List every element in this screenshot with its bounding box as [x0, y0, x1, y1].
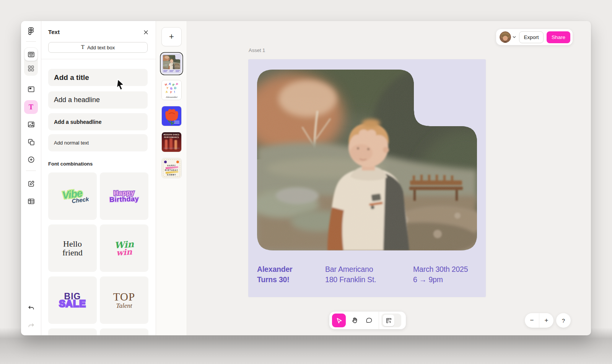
- zoom-controls: − +: [525, 313, 553, 328]
- thumbnail-artboard: H A P P Y B D A Y ! Alexander: [162, 80, 181, 100]
- font-combo-big-sale[interactable]: BIG SALE: [48, 276, 97, 324]
- table-tool-button[interactable]: [24, 194, 38, 208]
- preset-add-title[interactable]: Add a title: [48, 69, 148, 86]
- share-label: Share: [552, 34, 565, 40]
- combo-line: Talent: [116, 302, 132, 310]
- rail-divider: [26, 41, 36, 42]
- redo-icon: [27, 322, 35, 330]
- font-combo-top-talent[interactable]: TOP Talent: [100, 276, 148, 324]
- add-page-button[interactable]: +: [161, 27, 182, 46]
- zoom-in-button[interactable]: +: [539, 313, 553, 328]
- combo-preview: Vibe Check: [56, 187, 89, 206]
- rail-divider: [26, 171, 36, 171]
- share-button[interactable]: Share: [547, 31, 570, 43]
- combo-preview: Hello friend: [62, 239, 83, 257]
- preset-add-subheadline[interactable]: Add a subheadline: [48, 113, 148, 130]
- font-combo-win-win[interactable]: Win win: [100, 224, 148, 272]
- figma-logo-icon[interactable]: [26, 27, 36, 36]
- event-date-line: 6 → 9pm: [413, 275, 468, 285]
- dot-accent: [164, 161, 167, 163]
- font-combo-happy-birthday[interactable]: Happy Birthday: [100, 172, 148, 220]
- top-actions-bar: Export Share: [496, 29, 573, 45]
- asset-label[interactable]: Asset 1: [249, 47, 265, 53]
- thumbnail-text-lines: [174, 120, 179, 123]
- text-tool-icon: T: [29, 104, 33, 110]
- preset-label: Add a subheadline: [54, 119, 101, 125]
- redo-button[interactable]: [24, 319, 38, 333]
- font-combo-partial[interactable]: [48, 328, 97, 335]
- zoom-out-button[interactable]: −: [525, 313, 539, 328]
- question-icon: ?: [562, 317, 565, 324]
- scatter-letter: B: [170, 86, 173, 90]
- measure-tool-card: [383, 315, 394, 326]
- export-button[interactable]: Export: [519, 31, 544, 43]
- page-thumbnail-1-selected[interactable]: [161, 54, 182, 74]
- shapes-icon: [27, 138, 35, 146]
- editor-window: T: [21, 21, 591, 335]
- add-circle-icon: [27, 156, 35, 164]
- minus-icon: −: [530, 317, 534, 324]
- plus-icon: +: [169, 32, 174, 42]
- page-thumbnail-5[interactable]: HAPPY BIRTHDAY SAMMY: [161, 158, 182, 178]
- measure-tool-button[interactable]: [381, 314, 401, 327]
- event-location-text[interactable]: Bar Americano 180 Franklin St.: [325, 264, 376, 285]
- edit-icon: [27, 180, 35, 188]
- thumbnail-text-line: [176, 70, 180, 71]
- hand-icon: [351, 317, 359, 325]
- dot-accent: [176, 161, 179, 163]
- select-tool-button[interactable]: [332, 314, 346, 327]
- kid-photo[interactable]: [257, 70, 477, 250]
- scatter-letter: Y: [166, 86, 169, 90]
- scatter-letter: !: [174, 90, 176, 94]
- edit-tool-button[interactable]: [24, 177, 38, 190]
- hand-tool-button[interactable]: [348, 314, 361, 327]
- combo-line: Birthday: [109, 195, 139, 204]
- chevron-down-icon: [513, 36, 516, 38]
- panel-title: Text: [48, 29, 60, 35]
- comment-tool-button[interactable]: [363, 314, 376, 327]
- shapes-tool-button[interactable]: [24, 135, 38, 149]
- scatter-letter: D: [174, 86, 176, 90]
- thumbnail-text-line: [169, 72, 173, 72]
- thumbnail-word: SAMMY: [162, 174, 181, 176]
- page-thumbnail-3[interactable]: [161, 106, 182, 126]
- avatar: [500, 31, 511, 43]
- preset-add-normal-text[interactable]: Add normal text: [48, 134, 148, 151]
- slides-icon: [27, 50, 35, 58]
- add-element-button[interactable]: [24, 153, 38, 166]
- font-combo-partial[interactable]: [100, 328, 148, 335]
- thumbnail-photo: [163, 55, 180, 69]
- font-combo-vibe-check[interactable]: Vibe Check: [48, 172, 97, 220]
- text-tool-button[interactable]: T: [24, 100, 38, 114]
- event-title-text[interactable]: Alexander Turns 30!: [257, 264, 293, 285]
- add-text-box-button[interactable]: T Add text box: [48, 42, 148, 53]
- event-date-text[interactable]: March 30th 2025 6 → 9pm: [413, 264, 468, 285]
- artboard-asset-1[interactable]: Alexander Turns 30! Bar Americano 180 Fr…: [248, 59, 486, 297]
- thumbnail-caption: Alexander: [162, 96, 181, 98]
- font-combo-hello-friend[interactable]: Hello friend: [48, 224, 97, 272]
- page-thumbnail-4[interactable]: MODERN DANCEPERFORMANCE: [161, 132, 182, 152]
- thumbnail-text-line: [163, 72, 167, 72]
- close-panel-button[interactable]: [142, 28, 150, 36]
- preset-add-headline[interactable]: Add a headline: [48, 91, 148, 109]
- account-menu[interactable]: [500, 31, 516, 43]
- pages-panel: + H A P P Y B D A Y ! Alexander: [156, 21, 187, 335]
- panel-divider: [41, 59, 156, 59]
- add-text-box-label: Add text box: [87, 45, 115, 50]
- slides-view-button[interactable]: [24, 48, 37, 61]
- page-thumbnail-2[interactable]: H A P P Y B D A Y ! Alexander: [161, 80, 182, 100]
- grid-view-button[interactable]: [24, 62, 37, 75]
- image-icon: [27, 120, 35, 128]
- preset-label: Add normal text: [54, 140, 89, 146]
- preset-label: Add a headline: [54, 96, 100, 104]
- combo-line: friend: [62, 248, 83, 257]
- font-combinations-heading: Font combinations: [48, 161, 93, 167]
- help-button[interactable]: ?: [556, 313, 571, 328]
- layout-icon: [27, 85, 35, 93]
- undo-button[interactable]: [24, 301, 38, 315]
- event-location-line: Bar Americano: [325, 264, 376, 275]
- thumbnail-text-line: [169, 70, 174, 71]
- image-tool-button[interactable]: [24, 117, 38, 131]
- templates-tool-button[interactable]: [24, 82, 38, 96]
- undo-icon: [27, 304, 35, 312]
